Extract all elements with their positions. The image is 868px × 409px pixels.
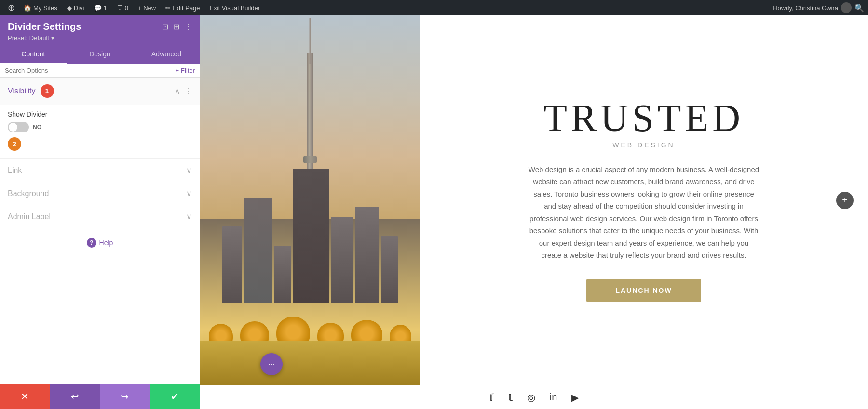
visibility-label: Visibility (8, 87, 36, 95)
panel-content: Visibility 1 ∧ ⋮ Show Divider (0, 78, 200, 384)
tab-content[interactable]: Content (0, 45, 67, 64)
toronto-image (200, 15, 420, 385)
link-section: Link ∨ (0, 159, 200, 182)
help-label: Help (99, 239, 113, 247)
chevron-down-icon-3: ∨ (186, 212, 192, 221)
toggle-row: NO (8, 122, 192, 132)
building-3 (274, 246, 291, 303)
avatar (841, 2, 852, 13)
tab-design[interactable]: Design (67, 45, 133, 64)
comments-icon: 💬 (94, 4, 102, 12)
help-icon: ? (87, 238, 96, 248)
cn-tower-pod (303, 156, 317, 163)
panel-search: + Filter (0, 64, 200, 78)
save-button[interactable]: ✔ (150, 384, 200, 409)
chevron-up-icon: ∧ (175, 87, 180, 96)
divi-icon: ◆ (67, 4, 72, 12)
panel-header: Divider Settings ⊡ ⊞ ⋮ Preset: Default ▾ (0, 15, 200, 45)
panel-title: Divider Settings (8, 21, 81, 32)
right-content: TRUSTED WEB DESIGN Web design is a cruci… (200, 15, 868, 409)
divi-menu[interactable]: ◆ Divi (62, 0, 89, 15)
background-label: Background (8, 189, 49, 198)
more-icon[interactable]: ⋮ (184, 22, 192, 31)
show-divider-label: Show Divider (8, 110, 192, 118)
visibility-header-left: Visibility 1 (8, 84, 54, 98)
admin-bar-right: Howdy, Christina Gwira 🔍 (773, 2, 864, 13)
launch-button[interactable]: LAUNCH NOW (586, 279, 701, 302)
new-menu[interactable]: + New (133, 0, 161, 15)
page-heading: TRUSTED (543, 99, 744, 137)
social-bar: 𝕗 𝕥 ◎ in ▶ (200, 385, 868, 409)
building-5 (331, 217, 353, 303)
redo-button[interactable]: ↪ (100, 384, 150, 409)
chevron-down-icon: ∨ (186, 166, 192, 175)
visibility-header[interactable]: Visibility 1 ∧ ⋮ (0, 78, 200, 105)
instagram-icon[interactable]: ◎ (527, 392, 535, 403)
wordpress-icon: ⊕ (8, 2, 15, 13)
visibility-arrows: ∧ ⋮ (175, 87, 192, 96)
panel-title-row: Divider Settings ⊡ ⊞ ⋮ (8, 21, 192, 32)
buildings (200, 169, 420, 303)
building-1 (222, 226, 242, 303)
building-6 (355, 207, 379, 303)
background-header[interactable]: Background ∨ (0, 182, 200, 205)
pencil-icon: ✏ (165, 4, 171, 12)
visibility-section: Visibility 1 ∧ ⋮ Show Divider (0, 78, 200, 159)
bubbles-menu[interactable]: 🗨 0 (112, 0, 133, 15)
show-divider-row: Show Divider NO 2 (0, 105, 200, 158)
toggle-state-label: NO (33, 124, 41, 131)
layout-icon[interactable]: ⊞ (173, 22, 179, 31)
visibility-badge: 1 (41, 84, 54, 98)
tab-advanced[interactable]: Advanced (133, 45, 200, 64)
admin-label-label: Admin Label (8, 212, 51, 221)
undo-button[interactable]: ↩ (50, 384, 100, 409)
more-options-icon[interactable]: ⋮ (184, 87, 192, 96)
page-description: Web design is a crucial aspect of any mo… (528, 163, 760, 262)
link-header[interactable]: Link ∨ (0, 159, 200, 182)
linkedin-icon[interactable]: in (550, 392, 557, 403)
add-content-button[interactable]: + (836, 192, 854, 209)
page-canvas: TRUSTED WEB DESIGN Web design is a cruci… (200, 15, 868, 385)
admin-label-header[interactable]: Admin Label ∨ (0, 205, 200, 228)
sites-icon: 🏠 (24, 4, 31, 12)
toggle-knob (9, 123, 17, 132)
left-panel: Divider Settings ⊡ ⊞ ⋮ Preset: Default ▾… (0, 15, 200, 409)
step-2-badge: 2 (8, 137, 21, 151)
panel-tabs: Content Design Advanced (0, 45, 200, 64)
bubbles-icon: 🗨 (117, 4, 123, 12)
wp-logo[interactable]: ⊕ (4, 0, 19, 15)
panel-preset[interactable]: Preset: Default ▾ (8, 34, 192, 41)
ground (200, 341, 420, 385)
city-scene (200, 15, 420, 385)
filter-button[interactable]: + Filter (176, 67, 195, 74)
facebook-icon[interactable]: 𝕗 (489, 392, 494, 403)
edit-page-button[interactable]: ✏ Edit Page (161, 0, 204, 15)
admin-label-section: Admin Label ∨ (0, 205, 200, 228)
background-section: Background ∨ (0, 182, 200, 205)
my-sites-menu[interactable]: 🏠 My Sites (19, 0, 62, 15)
building-7 (381, 236, 398, 303)
building-4 (293, 169, 329, 303)
panel-footer: ✕ ↩ ↪ ✔ (0, 384, 200, 409)
search-input[interactable] (5, 67, 173, 74)
plus-icon: + (176, 67, 179, 74)
comments-menu[interactable]: 💬 1 (89, 0, 112, 15)
admin-bar: ⊕ 🏠 My Sites ◆ Divi 💬 1 🗨 0 + New ✏ Edit… (0, 0, 868, 15)
float-button[interactable]: ··· (260, 353, 283, 375)
help-row[interactable]: ? Help (0, 228, 200, 257)
show-divider-toggle[interactable] (8, 122, 29, 132)
text-section: TRUSTED WEB DESIGN Web design is a cruci… (420, 15, 868, 385)
cancel-button[interactable]: ✕ (0, 384, 50, 409)
panel-title-icons: ⊡ ⊞ ⋮ (162, 22, 192, 31)
link-label: Link (8, 166, 22, 175)
focus-icon[interactable]: ⊡ (162, 22, 168, 31)
search-icon[interactable]: 🔍 (854, 3, 864, 13)
twitter-icon[interactable]: 𝕥 (508, 392, 513, 403)
page-subtitle: WEB DESIGN (612, 141, 675, 149)
chevron-down-icon-2: ∨ (186, 189, 192, 198)
building-2 (244, 198, 272, 303)
youtube-icon[interactable]: ▶ (571, 392, 579, 403)
exit-builder-button[interactable]: Exit Visual Builder (205, 0, 265, 15)
main-layout: Divider Settings ⊡ ⊞ ⋮ Preset: Default ▾… (0, 15, 868, 409)
